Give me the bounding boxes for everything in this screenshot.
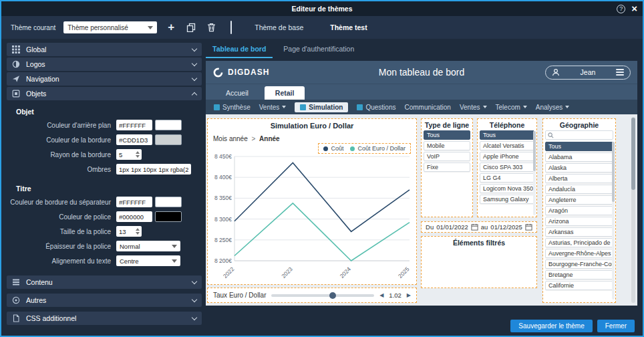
geography-search-input[interactable] (556, 132, 609, 138)
scrollbar-thumb[interactable] (631, 118, 635, 190)
add-theme-button[interactable]: + (165, 21, 177, 33)
filter-item[interactable]: Asturias, Principado de (545, 238, 613, 247)
subnav-telecom[interactable]: Telecom (496, 104, 527, 111)
filter-item[interactable]: Californie (545, 281, 613, 290)
font-weight-select[interactable]: Normal (116, 241, 180, 251)
slider-track[interactable] (271, 294, 374, 297)
shadow-input[interactable] (116, 164, 191, 175)
svg-text:8 350€: 8 350€ (214, 195, 232, 201)
filter-item[interactable]: Bretagne (545, 270, 613, 279)
hamburger-menu-icon[interactable] (616, 69, 624, 76)
nav-tab-retail[interactable]: Retail (265, 86, 305, 100)
nav-tab-accueil[interactable]: Accueil (215, 86, 259, 100)
scrollbar-thumb[interactable] (612, 142, 615, 202)
save-theme-button[interactable]: Sauvegarder le thème (510, 320, 592, 332)
legend-item-rate[interactable]: Coût Euro / Dollar (350, 145, 406, 152)
filter-item[interactable]: Angleterre (545, 195, 613, 205)
sidebar-item-autres[interactable]: Autres (7, 294, 202, 307)
close-button[interactable]: Fermer (597, 320, 635, 332)
filter-item[interactable]: Mobile (424, 141, 470, 150)
sidebar-item-navigation[interactable]: Navigation (7, 72, 202, 86)
sidebar-item-logos[interactable]: Logos (7, 58, 202, 71)
filter-item[interactable]: Bourgogne-Franche-Comté (545, 259, 613, 269)
sidebar-item-global[interactable]: Global (7, 43, 202, 56)
filter-item[interactable]: VoIP (424, 152, 470, 161)
test-theme-button[interactable]: Thème test (321, 21, 376, 34)
date-range-filter[interactable]: Du 01/01/2022 au 01/12/2025 (421, 221, 537, 233)
help-icon[interactable]: ? (617, 5, 625, 13)
scrollbar[interactable] (631, 117, 635, 303)
filter-item[interactable]: Tous (545, 142, 613, 151)
font-size-spinner[interactable]: 13 (116, 226, 142, 237)
spinner-arrows-icon[interactable] (136, 228, 142, 235)
delete-theme-button[interactable] (205, 21, 217, 33)
sidebar-item-contenu[interactable]: Contenu (7, 275, 202, 289)
filter-item[interactable]: Alaska (545, 163, 613, 173)
slider-next-icon[interactable]: ▶ (407, 292, 411, 298)
filter-item[interactable]: Fixe (424, 162, 470, 172)
separator-border-color-input[interactable] (116, 197, 152, 207)
subnav-simulation[interactable]: Simulation (295, 102, 348, 112)
filter-item[interactable]: Tous (424, 130, 470, 140)
subnav-ventes-2[interactable]: Ventes (460, 104, 487, 111)
geography-search[interactable] (545, 130, 613, 140)
filter-item[interactable]: Aragón (545, 206, 613, 215)
background-color-input[interactable] (116, 120, 152, 130)
subnav-ventes-1[interactable]: Ventes (259, 104, 287, 111)
chart-panel[interactable]: Simulation Euro / Dollar Mois année > An… (207, 118, 417, 285)
breadcrumb-level-2[interactable]: Année (259, 135, 280, 142)
duplicate-theme-button[interactable] (185, 21, 197, 33)
sidebar-item-objets[interactable]: Objets (7, 87, 202, 100)
line-type-filter-panel[interactable]: Type de ligne Tous Mobile VoIP Fixe (421, 118, 473, 217)
filter-item[interactable]: Tous (480, 130, 534, 140)
filter-item[interactable]: Cisco SPA 303 (480, 162, 534, 172)
filter-item[interactable]: Auvergne-Rhône-Alpes (545, 249, 613, 258)
filtered-elements-panel[interactable]: Éléments filtrés (421, 236, 537, 288)
breadcrumb[interactable]: Mois année > Année (213, 135, 280, 142)
separator-border-color-swatch[interactable] (155, 197, 182, 207)
subnav-synthese[interactable]: Synthèse (214, 104, 251, 111)
font-color-swatch[interactable] (155, 211, 182, 222)
border-color-swatch[interactable] (155, 134, 182, 145)
scrollbar[interactable] (533, 131, 536, 215)
sidebar-item-css-additionnel[interactable]: CSS additionnel (7, 312, 202, 325)
calendar-icon[interactable] (525, 223, 532, 231)
slider-handle[interactable] (329, 292, 336, 299)
spinner-arrows-icon[interactable] (136, 151, 142, 158)
subnav-questions[interactable]: Questions (357, 104, 395, 111)
background-color-swatch[interactable] (155, 120, 182, 130)
subnav-analyses[interactable]: Analyses (536, 104, 570, 111)
base-theme-button[interactable]: Thème de base (245, 21, 313, 34)
calendar-icon[interactable] (471, 223, 478, 231)
breadcrumb-level-1[interactable]: Mois année (213, 135, 248, 142)
filter-item[interactable]: Logicom Nova 350 (480, 184, 534, 193)
filter-item[interactable]: LG G4 (480, 173, 534, 183)
filter-item[interactable]: Apple iPhone (480, 152, 534, 161)
subnav-communication[interactable]: Communication (404, 104, 450, 111)
date-to-value[interactable]: 01/12/2025 (490, 223, 522, 231)
theme-select[interactable]: Thème personnalisé (63, 21, 157, 33)
filter-item[interactable]: Arizona (545, 217, 613, 226)
filter-item[interactable]: Alabama (545, 152, 613, 162)
slider-prev-icon[interactable]: ◀ (379, 292, 383, 298)
border-radius-spinner[interactable]: 5 (116, 149, 142, 160)
filter-item[interactable]: Arkansas (545, 227, 613, 237)
geography-filter-panel[interactable]: Géographie Tous Alabama Alaska Alberta A… (542, 118, 616, 303)
text-align-select[interactable]: Centre (116, 255, 180, 266)
tab-page-authentification[interactable]: Page d'authentification (277, 41, 361, 58)
filter-item[interactable]: Alcatel Versatis (480, 141, 534, 150)
date-from-value[interactable]: 01/01/2022 (436, 223, 468, 231)
border-color-input[interactable] (116, 134, 152, 145)
phone-filter-panel[interactable]: Téléphone Tous Alcatel Versatis Apple iP… (477, 118, 537, 217)
user-menu[interactable]: Jean (545, 66, 631, 80)
scrollbar-thumb[interactable] (533, 131, 536, 171)
filter-item[interactable]: Samsung Galaxy (480, 195, 534, 204)
font-color-input[interactable] (116, 211, 152, 222)
rate-slider-panel[interactable]: Taux Euro / Dollar ◀ 1.02 ▶ (207, 288, 417, 303)
close-icon[interactable]: × (631, 4, 637, 13)
tab-tableau-de-bord[interactable]: Tableau de bord (206, 41, 273, 58)
legend-item-cost[interactable]: Coût (323, 145, 343, 152)
filter-item[interactable]: Alberta (545, 174, 613, 183)
scrollbar[interactable] (612, 142, 615, 300)
filter-item[interactable]: Andalucía (545, 185, 613, 194)
